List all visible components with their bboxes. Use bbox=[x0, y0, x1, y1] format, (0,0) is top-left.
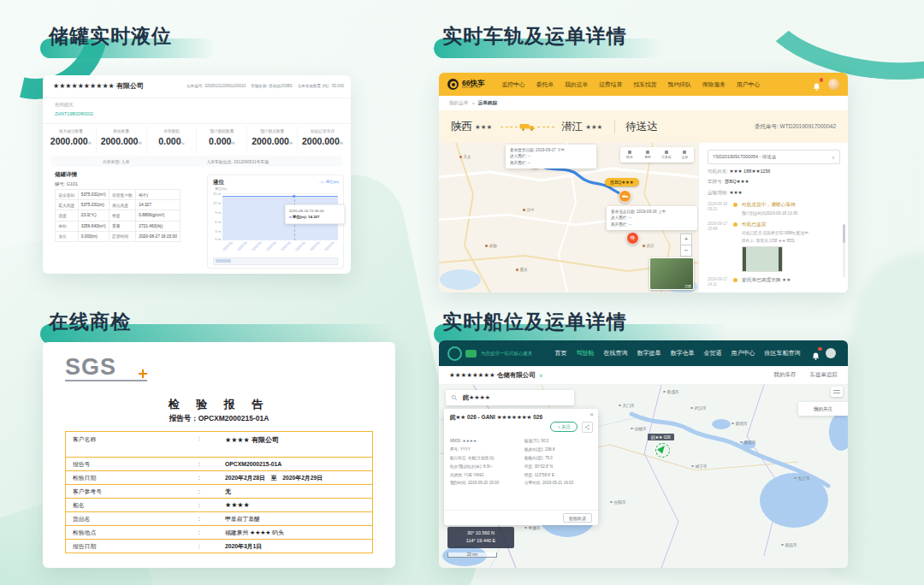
delivery-popup: 要求送达日期: 2019-09-18 上午进入围栏: --离开围栏: -- bbox=[607, 206, 697, 230]
stat-inspection-qty: 商检数量2000.000吨 bbox=[97, 127, 147, 152]
y-tick: 15 m bbox=[209, 192, 221, 196]
nav-user-center[interactable]: 用户中心 bbox=[732, 349, 755, 358]
truck-map[interactable]: 天水 西安 汉中 成都 重庆 武汉 起 苏BQ★★★ 终 要求提货日期: 201… bbox=[439, 143, 698, 292]
link-my-inventory[interactable]: 我的库存 bbox=[774, 371, 797, 379]
fullscreen-tool[interactable]: 全屏 bbox=[676, 147, 695, 162]
stat-after-loss-qty: 预计损后数量2000.000吨 bbox=[247, 127, 298, 152]
bell-icon[interactable] bbox=[811, 349, 820, 358]
notification-badge bbox=[820, 78, 824, 82]
waybill-status: 待送达 bbox=[625, 120, 658, 134]
inbound-vehicle-info: 入库车船信息: 1912090531号车辆 bbox=[206, 159, 269, 164]
nav-consign-order[interactable]: 委托单 bbox=[536, 80, 554, 89]
end-marker[interactable]: 终 bbox=[626, 232, 639, 245]
cargo-name: ★★★ bbox=[729, 190, 742, 195]
nav-digital-warehouse[interactable]: 数字仓单 bbox=[671, 349, 695, 358]
map-scale: 20 nm bbox=[447, 552, 497, 558]
timeline-item: 2019-09-1715:48 司机已提货 司机已提货,实际发货32.998吨,… bbox=[708, 222, 840, 272]
timeline-dot bbox=[733, 203, 737, 207]
chart-scrollbar[interactable] bbox=[213, 257, 338, 265]
nav-insurance[interactable]: 保险服务 bbox=[702, 80, 726, 89]
my-follow-panel[interactable]: 我的关注 bbox=[798, 402, 848, 416]
table-row: 检验日期:2020年2月28日 至 2020年2月29日 bbox=[66, 471, 372, 485]
breadcrumb-parent[interactable]: 我的运单 bbox=[449, 100, 468, 107]
nav-cockpit[interactable]: 驾驶舱 bbox=[577, 349, 595, 358]
plate-pill[interactable]: 苏BQ★★★ bbox=[605, 178, 639, 186]
tank-company-name: ★★★★★★★★★★ 有限公司 bbox=[53, 81, 144, 91]
nav-home[interactable]: 首页 bbox=[555, 349, 567, 358]
map-city-label: 九江市 bbox=[794, 476, 810, 481]
section-title-inspection: 在线商检 bbox=[49, 309, 131, 335]
nav-epidemic-query[interactable]: 疫区车船查询 bbox=[765, 349, 801, 358]
map-city-label: 天水 bbox=[459, 155, 471, 159]
nav-my-waybill[interactable]: 我的运单 bbox=[565, 80, 588, 89]
layers-icon[interactable] bbox=[831, 387, 843, 397]
nav-user-center[interactable]: 用户中心 bbox=[737, 80, 760, 89]
report-table: 客户名称:★★★★ 有限公司 报告号:OPCXM2000215-01A 检验日期… bbox=[65, 431, 373, 553]
ship-marker-label[interactable]: 皖★★ 026 bbox=[648, 434, 674, 440]
ship-info-card: 皖★★ 026 - GANI ★★★★★★★ 026 × ＋关注 MMSI: ★… bbox=[444, 409, 598, 525]
delivery-photo[interactable] bbox=[742, 246, 783, 272]
route-banner: 陕西 ★★★ 潜江 ★★★ 待送达 委托单号: WTD2019091700004… bbox=[439, 110, 848, 143]
company-row: ★★★★★★★★ 仓储有限公司 ∨ 我的库存 车提单追踪 bbox=[439, 366, 848, 385]
share-icon[interactable] bbox=[582, 422, 593, 433]
ship-search-box[interactable]: 皖★★★★ bbox=[446, 390, 574, 405]
cursor-coordinates: 30° 10.560 N114° 19.440 E bbox=[447, 527, 514, 548]
map-city-label: 天门市 bbox=[619, 403, 635, 408]
breadcrumb-current: 运单跟踪 bbox=[478, 100, 497, 107]
ship-fields: MMSI: ★★★★航速(节): 90.0 呼号: YYYY航迹向(度): 23… bbox=[450, 437, 592, 488]
zoom-in-button[interactable]: + bbox=[680, 233, 692, 245]
tank-detail-title: 储罐详情 bbox=[55, 171, 77, 179]
avatar[interactable] bbox=[826, 348, 836, 358]
map-city-label: 仙桃市 bbox=[631, 426, 647, 431]
table-row: 报告日期:2020年3月1日 bbox=[66, 540, 372, 552]
avatar[interactable] bbox=[828, 79, 839, 90]
inspection-report-panel: SGS 检 验 报 告 报告号：OPCXM2000215-01A 客户名称:★★… bbox=[43, 342, 395, 568]
link-waybill-tracking[interactable]: 车提单追踪 bbox=[810, 371, 838, 379]
nav-online-query[interactable]: 在线查询 bbox=[604, 349, 628, 358]
batch-number-link[interactable]: ZHNT19B0080002 bbox=[55, 111, 93, 116]
overview-tool[interactable]: 鹰眼 bbox=[639, 147, 658, 162]
nav-finance[interactable]: 金贸通 bbox=[704, 349, 722, 358]
liquid-level-chart: 液位 -◇- 液位(m) 液位(m) 15 m 12 m 9 m 6 m 3 m… bbox=[207, 174, 344, 269]
nav-find-truck[interactable]: 找车找货 bbox=[633, 80, 656, 89]
stat-customs-qty: 海关核注数量2000.000吨 bbox=[46, 127, 97, 152]
follow-button[interactable]: ＋关注 bbox=[550, 422, 578, 432]
overview-icon bbox=[646, 151, 649, 154]
notification-badge bbox=[818, 347, 822, 352]
nav-queue[interactable]: 预约排队 bbox=[668, 80, 691, 89]
truck-app-logo-icon bbox=[447, 79, 459, 90]
chart-plot-area: 15 m 12 m 9 m 6 m 3 m 0 m 2020-08-26 15:… bbox=[222, 193, 338, 240]
close-icon[interactable]: × bbox=[589, 411, 594, 418]
truck-brand: 66快车66KUAICHE bbox=[462, 80, 484, 90]
map-city-label: 黄冈市 bbox=[732, 421, 748, 426]
divider bbox=[43, 98, 351, 98]
nav-digital-bl[interactable]: 数字提单 bbox=[637, 349, 661, 358]
search-icon bbox=[451, 394, 458, 401]
dest-city: 潜江 bbox=[561, 120, 583, 134]
bell-icon[interactable] bbox=[812, 80, 821, 89]
sgs-cross-icon bbox=[139, 369, 147, 378]
traffic-tool[interactable]: 路况 bbox=[620, 147, 639, 162]
zoom-out-button[interactable]: − bbox=[680, 245, 692, 257]
truck-position-marker[interactable] bbox=[619, 190, 631, 203]
panel-scrollbar[interactable] bbox=[843, 224, 845, 277]
truck-icon bbox=[519, 122, 536, 132]
chevron-down-icon[interactable]: ∨ bbox=[539, 372, 542, 378]
valid-quantity: 仓单有效数量 (吨) : 50.000 bbox=[298, 84, 344, 88]
waybill-select[interactable]: YSD20190917000054 - 待送达∨ bbox=[708, 150, 840, 164]
ship-map[interactable]: 孝感市 武汉市 黄冈市 黄石市 咸宁市 九江市 南昌市 岳阳市 天门市 仙桃市 … bbox=[439, 385, 848, 568]
scrollbar-thumb[interactable] bbox=[843, 224, 845, 243]
section-title-ship: 实时船位及运单详情 bbox=[442, 309, 627, 335]
chart-scrollbar-thumb[interactable] bbox=[216, 259, 231, 263]
nav-freight-settle[interactable]: 运费结算 bbox=[599, 80, 622, 89]
company-selector[interactable]: ★★★★★★★★ 仓储有限公司 bbox=[449, 371, 536, 380]
nav-monitor-center[interactable]: 监控中心 bbox=[501, 80, 524, 89]
satellite-toggle[interactable]: 卫星 bbox=[649, 257, 694, 290]
batch-label: 合同批次 bbox=[55, 102, 74, 108]
tank-number: 罐号: G101 bbox=[55, 181, 78, 187]
chart-legend[interactable]: -◇- 液位(m) bbox=[319, 180, 339, 184]
ship-track-button[interactable]: 船舶轨迹 bbox=[563, 513, 592, 523]
toolbox-tool[interactable]: 工具箱 bbox=[657, 147, 676, 162]
timeline-item: 2019-09-1714:11 委托单已调度至陕 ★★ bbox=[708, 277, 840, 289]
section-title-tank: 储罐实时液位 bbox=[49, 23, 172, 50]
